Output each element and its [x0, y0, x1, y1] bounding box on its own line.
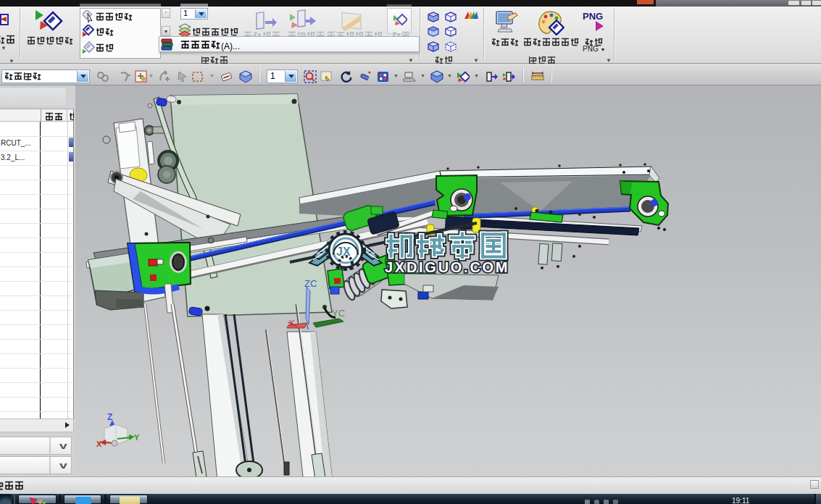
svg-text:ZC: ZC [304, 278, 317, 289]
svg-text:JXDIGUO.COM: JXDIGUO.COM [385, 259, 508, 275]
svg-text:X: X [96, 440, 102, 448]
svg-text:JX: JX [336, 245, 351, 258]
svg-text:YC: YC [332, 308, 345, 319]
svg-text:Y: Y [134, 433, 140, 442]
svg-text:Z: Z [107, 412, 112, 422]
